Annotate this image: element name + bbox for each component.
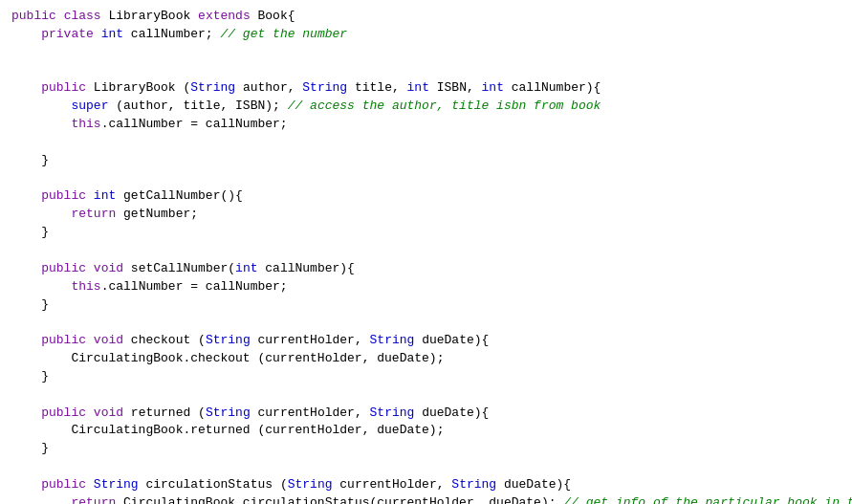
line-28: return CirculatingBook.circulationStatus… — [11, 494, 841, 504]
line-10 — [11, 170, 841, 188]
line-27: public String circulationStatus (String … — [11, 476, 841, 494]
code-editor: public class LibraryBook extends Book{ p… — [0, 0, 852, 504]
line-16: this.callNumber = callNumber; — [11, 278, 841, 296]
line-8 — [11, 134, 841, 152]
line-18 — [11, 314, 841, 332]
line-19: public void checkout (String currentHold… — [11, 332, 841, 350]
line-25: } — [11, 440, 841, 458]
line-6: super (author, title, ISBN); // access t… — [11, 98, 841, 116]
line-26 — [11, 458, 841, 476]
line-22 — [11, 386, 841, 405]
line-12: return getNumber; — [11, 206, 841, 224]
line-5: public LibraryBook (String author, Strin… — [11, 79, 841, 98]
line-21: } — [11, 368, 841, 386]
line-1: public class LibraryBook extends Book{ — [11, 8, 841, 26]
line-4 — [11, 62, 841, 80]
line-2: private int callNumber; // get the numbe… — [11, 26, 841, 44]
line-13: } — [11, 224, 841, 242]
line-11: public int getCallNumber(){ — [11, 187, 841, 206]
line-14 — [11, 242, 841, 260]
line-3 — [11, 44, 841, 62]
line-24: CirculatingBook.returned (currentHolder,… — [11, 422, 841, 440]
line-7: this.callNumber = callNumber; — [11, 116, 841, 134]
line-23: public void returned (String currentHold… — [11, 405, 841, 423]
line-15: public void setCallNumber(int callNumber… — [11, 260, 841, 278]
line-17: } — [11, 296, 841, 315]
line-9: } — [11, 152, 841, 170]
line-20: CirculatingBook.checkout (currentHolder,… — [11, 350, 841, 368]
